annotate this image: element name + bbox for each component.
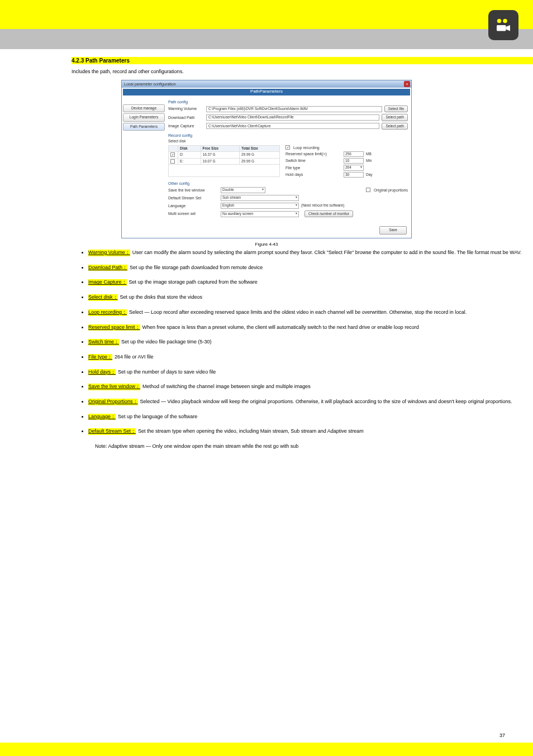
bullet-body: Set up the number of days to save video … <box>118 369 216 375</box>
note-line: Note: Adaptive stream — Only one window … <box>95 443 461 450</box>
disk-col-free: Free Size <box>201 145 239 151</box>
multi-screen-select[interactable]: No auxiliary screen <box>221 211 299 217</box>
list-item: Hold days：Set up the number of days to s… <box>88 369 533 376</box>
disk-e-checkbox[interactable] <box>170 159 175 164</box>
original-proportions-checkbox[interactable] <box>366 188 370 192</box>
switch-time-unit: Min <box>366 159 376 163</box>
path-config-title: Path config <box>168 99 408 104</box>
disk-e-name: E: <box>178 158 201 164</box>
section-heading: 4.2.3 Path Parameters <box>72 57 533 64</box>
save-live-window-select[interactable]: Double <box>221 187 265 193</box>
save-button[interactable]: Save <box>379 226 407 234</box>
original-proportions-label: Original proportions <box>374 188 408 193</box>
screenshot-container: Local parameter configuration × PathPara… <box>0 80 533 238</box>
bullet-body: User can modify the alarm sound by selec… <box>132 250 522 255</box>
bullet-body: Set up the image storage path captured f… <box>129 279 258 285</box>
reserved-space-input[interactable]: 256 <box>344 151 364 157</box>
dialog-titlebar: Local parameter configuration × <box>122 80 411 88</box>
language-label: Language <box>168 203 218 208</box>
download-path-input[interactable]: C:\Users\user\NetVideo Client\DownLoad\R… <box>206 114 379 121</box>
disk-d-total: 29.99 G <box>239 152 279 158</box>
sidebar-login-parameters[interactable]: Login Parameters <box>123 113 165 121</box>
disk-e-free: 16.07 G <box>201 158 239 164</box>
banner-label: PathParameters <box>250 89 283 94</box>
list-item: Image Capture：Set up the image storage p… <box>88 279 533 286</box>
check-monitor-button[interactable]: Check number of monitor <box>304 210 353 217</box>
list-item: File type：264 file or AVI file <box>88 354 533 361</box>
language-note: (Need reboot the software) <box>301 203 344 208</box>
warning-volume-label: Warning Volume <box>168 106 204 111</box>
other-config-title: Other config <box>168 181 408 186</box>
config-dialog: Local parameter configuration × PathPara… <box>121 80 412 238</box>
bullet-head: Image Capture： <box>88 279 127 286</box>
table-row[interactable]: ✓ D: 16.37 G 29.99 G <box>169 152 280 158</box>
bullet-body: Set up the disks that store the videos <box>120 294 203 300</box>
list-item: Loop recording：Select — Loop record afte… <box>88 309 533 316</box>
disk-d-checkbox[interactable]: ✓ <box>170 152 175 157</box>
path-config-group: Path config Warning Volume C:\Program Fi… <box>168 99 408 130</box>
hold-days-input[interactable]: 30 <box>344 172 364 178</box>
bullet-head: Warning Volume： <box>88 250 130 256</box>
bullet-body: Method of switching the channel image be… <box>142 384 311 389</box>
page-number: 37 <box>499 733 505 739</box>
header-yellow-bar <box>0 0 533 29</box>
default-stream-select[interactable]: Sub stream <box>221 195 299 201</box>
image-capture-label: Image Capture <box>168 123 204 128</box>
footer-yellow-bar <box>0 743 533 756</box>
disk-table: Disk Free Size Total Size ✓ D: 16.37 G 2… <box>168 145 280 177</box>
download-path-label: Download Path <box>168 115 204 120</box>
table-row[interactable]: E: 16.07 G 29.99 G <box>169 158 280 164</box>
reserved-space-label: Reserved space limit(>) <box>285 151 341 156</box>
record-config-title: Record config <box>168 133 408 138</box>
bullet-head: File type： <box>88 354 112 361</box>
disk-e-total: 29.99 G <box>239 158 279 164</box>
header-grey-bar <box>0 29 533 49</box>
list-item: Select disk：Set up the disks that store … <box>88 294 533 301</box>
bullet-head: Default Stream Set： <box>88 428 136 435</box>
bullet-head: Reserved space limit： <box>88 324 140 331</box>
default-stream-label: Default Stream Set <box>168 195 218 200</box>
bullet-head: Hold days： <box>88 369 116 376</box>
bullet-body: Set up the language of the software <box>118 414 197 419</box>
list-item: Language：Set up the language of the soft… <box>88 414 533 420</box>
bullet-head: Select disk： <box>88 294 118 301</box>
file-type-select[interactable]: 264 <box>344 165 364 171</box>
language-select[interactable]: English <box>221 203 299 209</box>
select-path-button-2[interactable]: Select path <box>382 123 408 130</box>
sidebar-device-manage[interactable]: Device manage <box>123 104 165 112</box>
dialog-banner: PathParameters <box>123 89 410 95</box>
image-capture-input[interactable]: C:\Users\user\NetVideo Client\Capture <box>206 123 379 129</box>
reserved-space-unit: MB <box>366 152 376 156</box>
disk-d-name: D: <box>178 152 201 158</box>
figure-caption: Figure 4-43 <box>0 242 533 247</box>
list-item: Reserved space limit：When free space is … <box>88 324 533 331</box>
bullet-body: 264 file or AVI file <box>115 354 153 360</box>
multi-screen-label: Multi screen set <box>168 211 218 216</box>
bullet-body: Set up the file storage path downloaded … <box>130 265 263 270</box>
svg-point-1 <box>503 19 507 23</box>
list-item: Download Path：Set up the file storage pa… <box>88 265 533 271</box>
save-live-window-label: Save the live window <box>168 188 218 193</box>
warning-volume-input[interactable]: C:\Program Files (x86)\DVR Soft\DvrClien… <box>206 106 382 112</box>
disk-col-total: Total Size <box>239 145 279 151</box>
bullet-body: When free space is less than a preset vo… <box>142 324 419 330</box>
close-icon[interactable]: × <box>404 81 410 87</box>
bullet-body: Selected — Video playback window will ke… <box>140 399 512 404</box>
bullet-body: Set the stream type when opening the vid… <box>138 428 364 434</box>
camera-app-icon <box>488 10 518 40</box>
select-path-button-1[interactable]: Select path <box>382 114 408 121</box>
select-file-button[interactable]: Select file <box>384 106 408 112</box>
disk-col-check <box>169 145 178 151</box>
bullet-head: Switch time： <box>88 339 119 346</box>
switch-time-input[interactable]: 10 <box>344 158 364 164</box>
bullet-head: Language： <box>88 414 116 420</box>
other-config-group: Other config Save the live window Double… <box>168 181 408 218</box>
sidebar-path-parameters[interactable]: Path Parameters <box>123 123 165 131</box>
list-item: Warning Volume：User can modify the alarm… <box>88 250 533 256</box>
file-type-label: File type <box>285 165 341 170</box>
svg-rect-2 <box>497 25 506 31</box>
list-item: Default Stream Set：Set the stream type w… <box>88 428 533 435</box>
bullet-head: Original Proportions： <box>88 399 138 405</box>
loop-recording-checkbox[interactable]: ✓ <box>285 145 290 150</box>
bullet-list: Warning Volume：User can modify the alarm… <box>88 250 533 435</box>
